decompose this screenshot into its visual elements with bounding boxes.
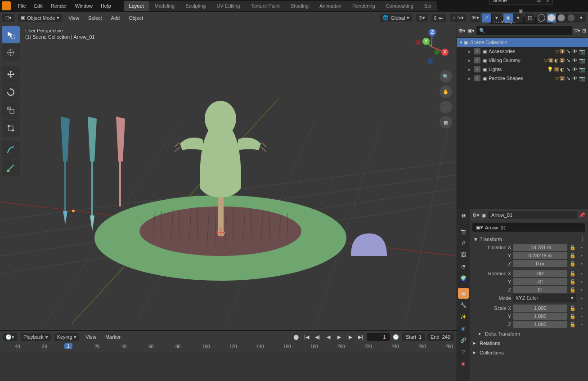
- tab-layout[interactable]: Layout: [124, 1, 149, 11]
- object-types-visibility-icon[interactable]: 👁▾: [470, 13, 480, 22]
- orientation-dropdown[interactable]: 🌐 Global▾: [380, 14, 412, 22]
- eye-icon[interactable]: 👁: [572, 76, 577, 81]
- overlay-options-icon[interactable]: ▾: [513, 13, 523, 22]
- viewport-menu-select[interactable]: Select: [85, 14, 105, 22]
- lock-icon[interactable]: 🔓: [569, 287, 576, 293]
- properties-editor-type[interactable]: ⚙▾: [472, 212, 480, 218]
- viewport-3d[interactable]: User Perspective (1) Scene Collection | …: [0, 24, 457, 330]
- timeline-ruler[interactable]: -40 -20 20 40 60 80 100 120 140 160 180 …: [0, 343, 457, 352]
- prop-tab-world[interactable]: 🌍: [458, 273, 469, 283]
- proportional-dropdown[interactable]: ○ ∿▾: [450, 14, 467, 22]
- lock-icon[interactable]: 🔓: [569, 314, 576, 319]
- play-icon[interactable]: ▶: [335, 332, 344, 341]
- tool-rotate[interactable]: [2, 84, 20, 101]
- eye-icon[interactable]: 👁: [572, 58, 577, 63]
- outliner-filter-icon[interactable]: ▽▾: [574, 28, 580, 34]
- start-frame-field[interactable]: 1: [419, 334, 422, 340]
- prop-tab-material[interactable]: ◉: [458, 358, 469, 369]
- render-icon[interactable]: 📷: [579, 67, 585, 72]
- outliner-item[interactable]: ▸ ✓ ▣ Particle Shapes ▽1 ↘👁📷: [457, 74, 588, 83]
- lock-icon[interactable]: 🔓: [569, 305, 576, 311]
- tool-transform[interactable]: [2, 120, 20, 137]
- viewport-menu-object[interactable]: Object: [126, 14, 146, 22]
- relations-panel[interactable]: ▸Relations: [472, 338, 585, 348]
- tab-compositing[interactable]: Compositing: [381, 1, 419, 11]
- disclosure-icon[interactable]: ▸: [467, 67, 472, 72]
- editor-type-dropdown[interactable]: ⬚▾: [2, 14, 14, 22]
- outliner-root[interactable]: ▾ ▣ Scene Collection: [457, 38, 588, 47]
- camera-view-icon[interactable]: 🎥: [440, 101, 452, 113]
- menu-file[interactable]: File: [14, 1, 30, 10]
- tab-uv-editing[interactable]: UV Editing: [211, 1, 245, 11]
- jump-next-key-icon[interactable]: |▶: [346, 332, 355, 341]
- timeline-playback-menu[interactable]: Playback ▾: [21, 333, 51, 341]
- include-checkbox[interactable]: ✓: [474, 66, 480, 72]
- exclude-icon[interactable]: ↘: [566, 67, 570, 72]
- prop-tab-constraint[interactable]: 🔗: [458, 335, 469, 345]
- lock-icon[interactable]: 🔓: [569, 279, 576, 285]
- timeline-editor-type[interactable]: 🕐▾: [3, 333, 17, 341]
- tool-move[interactable]: [2, 66, 20, 83]
- lock-icon[interactable]: 🔓: [569, 271, 576, 277]
- exclude-icon[interactable]: ↘: [566, 49, 570, 54]
- viewport-menu-add[interactable]: Add: [108, 14, 123, 22]
- jump-start-icon[interactable]: |◀: [302, 332, 311, 341]
- pan-icon[interactable]: ✋: [440, 85, 452, 98]
- scene-field[interactable]: Scene ⧉ ✕: [489, 0, 553, 5]
- transform-panel-header[interactable]: ▼Transform ┇: [472, 234, 585, 244]
- outliner-search[interactable]: 🔍: [476, 26, 572, 35]
- location-z-field[interactable]: 0 m: [513, 260, 567, 267]
- disclosure-icon[interactable]: ▸: [467, 76, 472, 81]
- tab-shading[interactable]: Shading: [285, 1, 314, 11]
- prop-tab-object[interactable]: ▣: [458, 288, 469, 299]
- shading-options-icon[interactable]: ▾: [576, 13, 586, 22]
- properties-breadcrumb[interactable]: Arrow_01: [488, 211, 577, 219]
- playhead[interactable]: 1: [69, 343, 69, 352]
- show-overlays-icon[interactable]: ◉: [503, 13, 513, 22]
- shading-matprev-icon[interactable]: [557, 13, 566, 22]
- pin-icon[interactable]: 📌: [579, 212, 585, 218]
- autokey-icon[interactable]: ⬤: [292, 332, 301, 341]
- nav-gizmo[interactable]: X Y Z: [413, 29, 449, 65]
- tab-modeling[interactable]: Modeling: [149, 1, 180, 11]
- snap-dropdown[interactable]: ⧲ ▦▾: [431, 14, 446, 22]
- render-icon[interactable]: 📷: [579, 49, 585, 54]
- xray-icon[interactable]: ◫: [525, 13, 535, 22]
- tab-scripting[interactable]: Scr: [419, 1, 437, 11]
- exclude-icon[interactable]: ↘: [566, 58, 570, 63]
- tool-annotate[interactable]: [2, 141, 20, 158]
- outliner-new-collection-icon[interactable]: ⊞: [582, 28, 586, 34]
- gizmo-options-icon[interactable]: ▾: [492, 13, 502, 22]
- prop-tab-tool[interactable]: 🛠: [458, 211, 469, 221]
- panel-menu-icon[interactable]: ┇: [581, 236, 584, 242]
- scale-y-field[interactable]: 1.000: [513, 313, 567, 320]
- prop-tab-viewlayer[interactable]: 🖼: [458, 249, 469, 260]
- menu-help[interactable]: Help: [97, 1, 115, 10]
- tool-cursor[interactable]: [2, 44, 20, 61]
- prop-tab-render[interactable]: 📷: [458, 226, 469, 237]
- zoom-icon[interactable]: 🔍: [440, 70, 452, 83]
- eye-icon[interactable]: 👁: [572, 49, 577, 54]
- lock-icon[interactable]: 🔓: [569, 322, 576, 327]
- tool-select-box[interactable]: [2, 26, 20, 43]
- render-icon[interactable]: 📷: [579, 76, 585, 81]
- outliner-item[interactable]: ▸ ✓ ▣ Lights 💡4◐ ↘👁📷: [457, 65, 588, 74]
- timeline-marker-menu[interactable]: Marker: [103, 333, 123, 341]
- end-frame-field[interactable]: 240: [442, 334, 450, 340]
- prop-tab-modifier[interactable]: 🔧: [458, 300, 469, 310]
- exclude-icon[interactable]: ↘: [566, 76, 570, 81]
- use-preview-range-icon[interactable]: 🕐: [391, 332, 400, 341]
- scale-x-field[interactable]: 1.000: [513, 305, 567, 312]
- shading-rendered-icon[interactable]: [566, 13, 576, 22]
- include-checkbox[interactable]: ✓: [474, 48, 480, 54]
- pivot-dropdown[interactable]: ⊙▾: [416, 14, 428, 22]
- prop-tab-output[interactable]: 🖨: [458, 238, 469, 248]
- menu-window[interactable]: Window: [72, 1, 96, 10]
- menu-render[interactable]: Render: [47, 1, 71, 10]
- rotation-y-field[interactable]: -0°: [513, 278, 567, 285]
- delta-transform-panel[interactable]: ▸Delta Transform: [472, 329, 585, 338]
- tab-texture-paint[interactable]: Texture Paint: [245, 1, 285, 11]
- show-gizmo-icon[interactable]: ↗: [482, 13, 492, 22]
- menu-edit[interactable]: Edit: [31, 1, 46, 10]
- eye-icon[interactable]: 👁: [572, 67, 577, 72]
